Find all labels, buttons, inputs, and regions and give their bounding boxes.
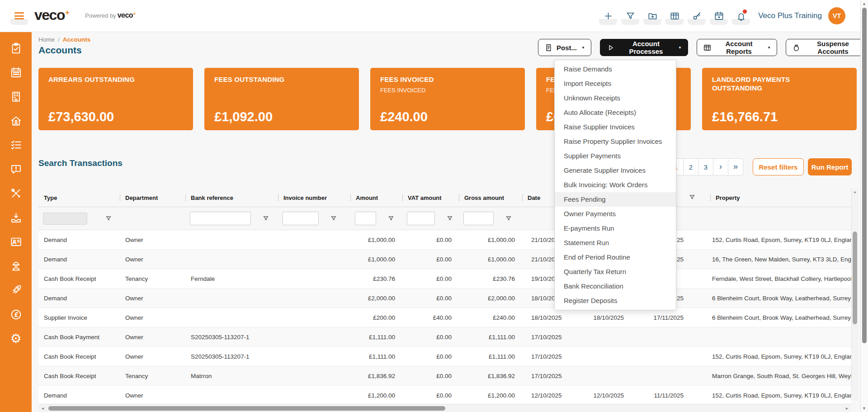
menu-item-unknown-receipts[interactable]: Unknown Receipts: [555, 91, 676, 105]
page-3-button[interactable]: 3: [698, 158, 713, 175]
cell-value: Supplier Invoice: [44, 314, 87, 321]
scroll-right-icon[interactable]: ►: [845, 406, 849, 411]
kpi-card-fees-outstanding[interactable]: FEES OUTSTANDING£1,092.00: [204, 68, 359, 130]
menu-toggle-button[interactable]: [10, 7, 28, 25]
column-header-type[interactable]: Type: [38, 189, 120, 207]
transaction-row[interactable]: DemandOwner£1,000.00£0.00£1,000.0021/10/…: [38, 250, 851, 269]
add-button[interactable]: [599, 7, 617, 25]
menu-item-quarterly-tax-return[interactable]: Quarterly Tax Return: [555, 265, 676, 279]
sidebar-item-contractors[interactable]: [0, 254, 32, 279]
column-header-invoice-number[interactable]: Invoice number: [278, 189, 350, 207]
filter-gross-amount-input[interactable]: [463, 212, 494, 225]
transaction-row[interactable]: Supplier InvoiceOwner£200.00£40.00£240.0…: [38, 308, 851, 327]
column-header-bank-reference[interactable]: Bank reference: [185, 189, 278, 207]
sidebar-item-messages[interactable]: [0, 157, 32, 182]
breadcrumb-home[interactable]: Home: [38, 36, 55, 43]
page-scrollbar[interactable]: ▲ ▼: [860, 0, 868, 412]
menu-item-owner-payments[interactable]: Owner Payments: [555, 207, 676, 221]
filter-button[interactable]: [621, 7, 639, 25]
sidebar-item-imports[interactable]: [0, 206, 32, 230]
sidebar-item-contacts[interactable]: [0, 230, 32, 254]
menu-item-import-receipts[interactable]: Import Receipts: [555, 76, 676, 91]
cell-value: £1,200.00: [488, 392, 515, 399]
filter-amount-input[interactable]: [355, 212, 376, 225]
account-processes-button[interactable]: Account Processes▼: [600, 39, 688, 56]
sidebar-item-worklist[interactable]: [0, 133, 32, 157]
account-name[interactable]: Veco Plus Training: [758, 11, 822, 20]
filter-vat-amount-input[interactable]: [407, 212, 435, 225]
transaction-row[interactable]: Cash Book ReceiptTenancyFerndale£230.76£…: [38, 269, 851, 289]
topbar-right: Veco Plus Training VT: [599, 0, 845, 32]
menu-item-fees-pending[interactable]: Fees Pending: [555, 192, 676, 207]
next-page-button[interactable]: ›: [713, 158, 728, 175]
page-2-button[interactable]: 2: [683, 158, 698, 175]
last-page-button[interactable]: »: [728, 158, 743, 175]
column-header-gross-amount[interactable]: Gross amount: [459, 189, 522, 207]
hidden-column-filter-icon[interactable]: [689, 194, 695, 202]
sidebar-item-properties[interactable]: [0, 85, 32, 109]
ledger-button[interactable]: [665, 7, 684, 25]
column-header-property[interactable]: Property: [710, 189, 851, 207]
diary-button[interactable]: [710, 7, 728, 25]
export-button[interactable]: [643, 7, 661, 25]
filter-vat-amount-funnel-icon[interactable]: [447, 215, 453, 222]
menu-item-bank-reconciliation[interactable]: Bank Reconciliation: [555, 279, 676, 294]
avatar[interactable]: VT: [828, 7, 845, 24]
horizontal-scroll-thumb[interactable]: [48, 406, 445, 411]
column-header-vat-amount[interactable]: VAT amount: [402, 189, 459, 207]
transaction-row[interactable]: DemandOwner£1,200.00£0.00£1,200.0012/10/…: [38, 386, 851, 405]
reset-filters-button[interactable]: Reset filters: [753, 158, 804, 175]
filter-type-funnel-icon[interactable]: [105, 215, 112, 222]
column-header-department[interactable]: Department: [120, 189, 185, 207]
menu-item-raise-supplier-invoices[interactable]: Raise Supplier Invoices: [555, 120, 676, 134]
transaction-row[interactable]: DemandOwner£2,000.00£0.00£2,000.0018/10/…: [38, 289, 851, 308]
menu-item-statement-run[interactable]: Statement Run: [555, 236, 676, 250]
notifications-button[interactable]: [732, 7, 750, 25]
page-scroll-down-icon[interactable]: ▼: [862, 406, 866, 411]
menu-item-e-payments-run[interactable]: E-payments Run: [555, 221, 676, 236]
page-scroll-up-icon[interactable]: ▲: [862, 1, 866, 6]
sidebar-item-accounts[interactable]: [0, 303, 32, 327]
menu-item-raise-demands[interactable]: Raise Demands: [555, 62, 676, 76]
table-horizontal-scrollbar[interactable]: ◄ ►: [38, 404, 851, 412]
run-report-button[interactable]: Run Report: [808, 158, 852, 175]
filter-type-input[interactable]: [43, 213, 87, 225]
menu-item-auto-allocate-receipts[interactable]: Auto Allocate (Receipts): [555, 105, 676, 120]
scroll-left-icon[interactable]: ◄: [41, 406, 45, 411]
menu-item-end-of-period-routine[interactable]: End of Period Routine: [555, 250, 676, 265]
account-reports-button[interactable]: Account Reports▼: [697, 39, 777, 56]
keys-button[interactable]: [688, 7, 706, 25]
sidebar-item-calendar[interactable]: [0, 61, 32, 85]
menu-item-bulk-invoicing-work-orders[interactable]: Bulk Invoicing: Work Orders: [555, 178, 676, 192]
scroll-up-icon[interactable]: ▲: [853, 190, 857, 194]
table-vertical-scrollbar[interactable]: ▲: [851, 189, 858, 400]
post-button[interactable]: Post...▼: [538, 39, 591, 56]
sidebar-item-marketing[interactable]: [0, 278, 32, 303]
transaction-row[interactable]: Cash Book ReceiptOwnerS20250305-113207-1…: [38, 347, 851, 366]
filter-amount-funnel-icon[interactable]: [388, 215, 394, 222]
column-header-label: Gross amount: [464, 194, 504, 201]
filter-gross-amount-funnel-icon[interactable]: [505, 215, 512, 222]
suspense-accounts-button[interactable]: Suspense Accounts: [786, 39, 868, 56]
transaction-row[interactable]: Cash Book PaymentOwnerS20250305-113207-1…: [38, 327, 851, 347]
sidebar-item-tasks[interactable]: [0, 36, 32, 61]
column-header-amount[interactable]: Amount: [350, 189, 402, 207]
filter-invoice-number-funnel-icon[interactable]: [330, 215, 337, 222]
filter-bank-reference-input[interactable]: [190, 212, 251, 225]
transaction-row[interactable]: Cash Book ReceiptTenancyMatrron£1,836.92…: [38, 366, 851, 386]
menu-item-generate-supplier-invoices[interactable]: Generate Supplier Invoices: [555, 163, 676, 178]
kpi-card-arrears-outstanding[interactable]: ARREARS OUTSTANDING£73,630.00: [38, 68, 193, 130]
sidebar-item-settings[interactable]: ⚙: [0, 327, 32, 351]
sidebar-item-lettings[interactable]: [0, 109, 32, 133]
transaction-row[interactable]: DemandOwner£1,000.00£0.00£1,000.0021/10/…: [38, 230, 851, 250]
vertical-scroll-thumb[interactable]: [853, 232, 857, 324]
menu-item-register-deposits[interactable]: Register Deposits: [555, 294, 676, 308]
menu-item-supplier-payments[interactable]: Supplier Payments: [555, 149, 676, 163]
filter-bank-reference-funnel-icon[interactable]: [263, 215, 269, 222]
sidebar-item-maintenance[interactable]: [0, 181, 32, 206]
kpi-card-landlord-payments-outstanding[interactable]: LANDLORD PAYMENTS OUTSTANDING£16,766.71: [702, 68, 857, 130]
kpi-card-fees-invoiced[interactable]: FEES INVOICEDFEES INVOICED£240.00: [370, 68, 525, 130]
menu-item-raise-property-supplier-invoices[interactable]: Raise Property Supplier Invoices: [555, 134, 676, 149]
page-scroll-thumb[interactable]: [862, 8, 867, 343]
filter-invoice-number-input[interactable]: [283, 212, 319, 225]
